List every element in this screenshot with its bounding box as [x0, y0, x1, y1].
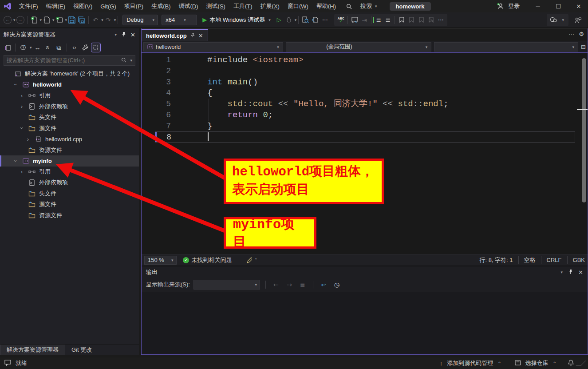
- menu-t[interactable]: 工具(T): [229, 0, 257, 12]
- tree-item-helloworld-references[interactable]: ›引用: [0, 90, 139, 101]
- undo-button[interactable]: ↶: [91, 15, 100, 25]
- tree-chevron-icon[interactable]: ›: [12, 155, 19, 167]
- start-debugging-button[interactable]: ▶ 本地 Windows 调试器 ▾: [202, 16, 271, 24]
- split-window-button[interactable]: ⊟: [581, 44, 586, 50]
- menu-s[interactable]: 测试(S): [202, 0, 229, 12]
- save-button[interactable]: [67, 15, 77, 25]
- menu-p[interactable]: 项目(P): [120, 0, 147, 12]
- gear-icon[interactable]: ⚙: [579, 31, 584, 37]
- title-search[interactable]: 搜索 ▾: [360, 2, 377, 10]
- redo-button[interactable]: ↷: [103, 15, 113, 25]
- tab-git-changes[interactable]: Git 更改: [65, 345, 98, 355]
- tree-item-myinfo-external-deps[interactable]: 外部依赖项: [0, 177, 139, 188]
- scope-dropdown[interactable]: (全局范围) ▾: [286, 42, 432, 52]
- project-dropdown[interactable]: helloworld ▾: [143, 42, 283, 52]
- preview-selected-items-button[interactable]: ‹›: [70, 43, 79, 52]
- zoom-level-dropdown[interactable]: 150 % ▾: [144, 256, 177, 265]
- menu-x[interactable]: 扩展(X): [257, 0, 284, 12]
- code-line-2[interactable]: 2: [155, 66, 575, 77]
- vertical-scrollbar[interactable]: [582, 58, 586, 202]
- code-line-6[interactable]: 6 return 0;: [155, 110, 575, 121]
- tree-chevron-icon[interactable]: ›: [16, 92, 28, 99]
- open-file-button[interactable]: [42, 15, 51, 25]
- start-without-debugging-button[interactable]: ▷: [274, 15, 284, 25]
- notifications-bell-icon[interactable]: [568, 360, 574, 367]
- switch-views-button[interactable]: [3, 43, 12, 52]
- code-line-1[interactable]: 1#include <iostream>: [155, 55, 575, 66]
- maximize-button[interactable]: ☐: [549, 0, 568, 12]
- chevron-down-icon[interactable]: ▾: [114, 18, 116, 22]
- menu-b[interactable]: 生成(B): [147, 0, 174, 12]
- tree-chevron-icon[interactable]: ›: [19, 123, 25, 134]
- menu-d[interactable]: 调试(D): [175, 0, 202, 12]
- tree-chevron-icon[interactable]: ›: [12, 79, 19, 91]
- tree-item-solution-homework[interactable]: 解决方案 'homework' (2 个项目，共 2 个): [0, 68, 139, 79]
- tree-item-helloworld-resource-files[interactable]: 资源文件: [0, 145, 139, 156]
- menu-h[interactable]: 帮助(H): [312, 0, 340, 12]
- tree-item-myinfo-header-files[interactable]: 头文件: [0, 188, 139, 199]
- save-all-button[interactable]: [77, 15, 87, 25]
- next-message-icon[interactable]: ⇢: [284, 280, 294, 290]
- minimize-button[interactable]: ─: [529, 0, 547, 12]
- tree-item-myinfo-source-files[interactable]: 源文件: [0, 199, 139, 210]
- solution-platform-dropdown[interactable]: x64 ▾: [162, 15, 197, 25]
- chevron-down-icon[interactable]: ▾: [115, 32, 117, 37]
- tree-item-helloworld-source-files[interactable]: ›源文件: [0, 123, 139, 134]
- tree-item-project-helloworld[interactable]: ›helloworld: [0, 79, 139, 91]
- show-all-files-button[interactable]: [91, 43, 101, 52]
- chevron-up-icon[interactable]: ⌃: [254, 258, 257, 262]
- chevron-up-icon[interactable]: ⌃: [497, 361, 501, 366]
- word-wrap-icon[interactable]: ↩: [319, 280, 328, 290]
- tree-item-myinfo-resource-files[interactable]: 资源文件: [0, 210, 139, 221]
- next-bookmark-button[interactable]: [416, 15, 426, 25]
- menu-w[interactable]: 窗口(W): [284, 0, 312, 12]
- line-ending[interactable]: CRLF: [547, 257, 562, 263]
- toolbar-overflow-button[interactable]: ⋯: [320, 15, 330, 25]
- close-icon[interactable]: ✕: [578, 269, 583, 276]
- toggle-comment-button[interactable]: [350, 15, 359, 25]
- sync-with-active-document-button[interactable]: ↔: [33, 43, 43, 52]
- sign-in-avatar-icon[interactable]: [495, 1, 506, 11]
- tree-item-project-myinfo[interactable]: ›myinfo: [0, 155, 139, 167]
- encoding[interactable]: GBK: [573, 257, 585, 263]
- menu-f[interactable]: 文件(F): [15, 0, 42, 12]
- solution-configuration-dropdown[interactable]: Debug ▾: [122, 15, 158, 25]
- code-line-5[interactable]: 5 std::cout << "Hello, 同济大学!" << std::en…: [155, 99, 575, 110]
- pin-icon[interactable]: [568, 269, 573, 276]
- close-icon[interactable]: ✕: [198, 32, 203, 39]
- code-line-4[interactable]: 4{: [155, 87, 575, 99]
- sync-with-active-document-button[interactable]: [310, 15, 320, 25]
- output-source-dropdown[interactable]: ▾: [193, 280, 260, 290]
- member-dropdown[interactable]: ▾: [434, 42, 578, 52]
- navigate-forward-button[interactable]: →: [16, 15, 25, 25]
- increase-indent-button[interactable]: ☰: [383, 15, 393, 25]
- tree-item-helloworld-header-files[interactable]: 头文件: [0, 112, 139, 123]
- code-editor[interactable]: 1#include <iostream>23int main()4{5 std:…: [142, 53, 588, 254]
- tree-item-myinfo-references[interactable]: ›引用: [0, 167, 139, 178]
- new-file-button[interactable]: [29, 15, 39, 25]
- tab-overflow-button[interactable]: ⋯: [568, 31, 574, 37]
- properties-button[interactable]: ⧉: [54, 43, 64, 52]
- pin-icon[interactable]: [190, 32, 195, 39]
- toolbar-overflow-button[interactable]: ⋯: [436, 15, 446, 25]
- solution-explorer-search-input[interactable]: [7, 57, 118, 63]
- navigate-back-button[interactable]: ←: [3, 15, 12, 25]
- code-cleanup-icon[interactable]: [244, 255, 254, 265]
- output-content[interactable]: [142, 292, 588, 354]
- title-search-icon[interactable]: [344, 1, 354, 11]
- close-icon[interactable]: ✕: [130, 32, 135, 38]
- previous-message-icon[interactable]: ⇠: [271, 280, 281, 290]
- clear-bookmarks-button[interactable]: [426, 15, 436, 25]
- menu-g[interactable]: Git(G): [96, 0, 120, 12]
- add-to-source-control-button[interactable]: 添加到源代码管理: [447, 359, 493, 367]
- find-in-files-button[interactable]: [300, 15, 310, 25]
- tree-chevron-icon[interactable]: ›: [22, 136, 34, 143]
- close-button[interactable]: ✕: [569, 0, 588, 12]
- chevron-up-icon[interactable]: ⌃: [553, 361, 556, 366]
- spell-check-button[interactable]: ABC ✓: [336, 15, 346, 25]
- resize-grip[interactable]: [576, 361, 586, 366]
- tree-item-helloworld-external-deps[interactable]: ›外部依赖项: [0, 101, 139, 112]
- tree-chevron-icon[interactable]: ›: [16, 103, 28, 110]
- decrease-indent-button[interactable]: ☰: [373, 17, 383, 23]
- tree-chevron-icon[interactable]: ›: [16, 168, 28, 175]
